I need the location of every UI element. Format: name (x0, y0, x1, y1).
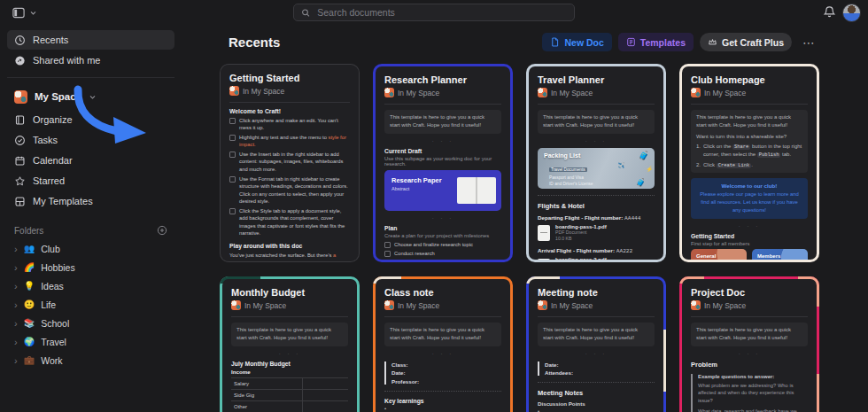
sub-heading: Discussion Points (538, 400, 655, 407)
star-icon (14, 175, 26, 187)
space-icon (538, 300, 547, 310)
folder-emoji: 👥 (24, 244, 35, 253)
folder-label: Life (41, 299, 56, 310)
quote-block: Class: Date: Professor: (384, 361, 501, 385)
notifications-button[interactable] (823, 5, 836, 19)
sidebar: Recents Shared with me My Space Organize… (0, 25, 182, 412)
sidebar-item-label: My Templates (33, 196, 93, 206)
sidebar-item-shared-with-me[interactable]: Shared with me (7, 51, 174, 70)
space-switcher[interactable]: My Space (7, 85, 174, 108)
pdf-file-icon (538, 225, 550, 241)
table-row: Other (231, 400, 348, 412)
chevron-down-icon (29, 9, 37, 17)
section-heading: July Monthly Budget (231, 361, 348, 367)
plane-emoji: ✈️ (618, 162, 625, 168)
quote-block: Example questions to answer: What proble… (691, 374, 808, 412)
get-craft-plus-button[interactable]: Get Craft Plus (700, 33, 792, 51)
template-icon (626, 37, 636, 47)
folder-item-school[interactable]: ›📚School (7, 314, 174, 332)
chevron-right-icon[interactable]: › (14, 244, 18, 254)
folder-emoji: 🌍 (24, 337, 35, 346)
folder-item-hobbies[interactable]: ›🌈Hobbies (7, 258, 174, 276)
section-subtitle: Create a plan for your project with mile… (384, 233, 501, 238)
document-preview (457, 177, 496, 204)
divider-dots: · · · (538, 351, 655, 356)
sidebar-toggle-button[interactable] (12, 6, 37, 19)
sidebar-item-label: Tasks (33, 135, 58, 145)
doc-location: In My Space (243, 87, 284, 96)
doc-card-research-planner[interactable]: Research Planner In My Space This templa… (373, 64, 513, 262)
sidebar-item-label: Organize (33, 114, 73, 125)
section-heading: Current Draft (384, 148, 501, 154)
todo-item: Click anywhere and make an edit. You can… (229, 117, 350, 132)
plus-icon[interactable] (157, 225, 167, 236)
new-doc-button[interactable]: New Doc (542, 33, 611, 51)
folder-item-life[interactable]: ›🙂Life (7, 295, 174, 314)
more-options-button[interactable]: ⋯ (798, 35, 819, 50)
luggage-emoji: 🧳 (639, 151, 649, 160)
avatar[interactable] (842, 4, 861, 22)
sidebar-item-my-templates[interactable]: My Templates (7, 191, 174, 211)
clock-icon (14, 35, 26, 46)
section-subtitle: First step for all members (691, 241, 808, 246)
sidebar-item-recents[interactable]: Recents (7, 30, 174, 50)
luggage-emoji: 🧳 (636, 178, 646, 187)
doc-location: In My Space (704, 301, 746, 310)
section-heading: Flights & Hotel (538, 202, 655, 210)
search-icon (301, 8, 310, 18)
crown-icon (708, 37, 717, 47)
doc-card-club-homepage[interactable]: Club Homepage In My Space This template … (679, 64, 819, 262)
chevron-right-icon[interactable]: › (14, 337, 18, 347)
doc-location: In My Space (551, 89, 593, 97)
calendar-icon (14, 155, 26, 167)
organize-icon (14, 114, 26, 126)
templates-button[interactable]: Templates (618, 33, 694, 51)
search-bar[interactable] (293, 4, 575, 21)
budget-table: Salary Side Gig Other SUM$0.00 (231, 377, 348, 412)
divider-dots: · · · (384, 351, 501, 356)
folder-item-ideas[interactable]: ›💡Ideas (7, 276, 174, 295)
space-name: My Space (35, 91, 81, 102)
folder-label: Ideas (41, 281, 64, 292)
folder-item-work[interactable]: ›💼Work (7, 351, 174, 369)
todo-item: Highlight any text and use the menu to s… (229, 134, 350, 149)
chevron-right-icon[interactable]: › (14, 281, 18, 292)
doc-title: Project Doc (691, 287, 808, 298)
chevron-right-icon[interactable]: › (14, 262, 18, 273)
doc-title: Travel Planner (538, 74, 655, 85)
doc-card-class-note[interactable]: Class note In My Space This template is … (373, 276, 513, 412)
section-subtitle: Income (231, 369, 348, 375)
doc-title: Research Planner (384, 74, 501, 85)
doc-card-meeting-note[interactable]: Meeting note In My Space This template i… (526, 276, 666, 412)
checkbox-icon (229, 118, 236, 124)
doc-card-getting-started[interactable]: Getting Started In My Space Welcome to C… (220, 64, 360, 262)
section-heading: Getting Started (691, 233, 808, 239)
doc-card-travel-planner[interactable]: Travel Planner In My Space This template… (526, 64, 666, 262)
search-input[interactable] (315, 6, 567, 19)
section-heading: Play around with this doc (229, 243, 350, 249)
todo-item: Conduct research (384, 250, 501, 257)
sidebar-item-tasks[interactable]: Tasks (7, 130, 174, 150)
sidebar-divider (7, 77, 174, 78)
chevron-right-icon[interactable]: › (14, 355, 18, 366)
folder-item-club[interactable]: ›👥Club (7, 239, 174, 258)
doc-card-monthly-budget[interactable]: Monthly Budget In My Space This template… (220, 276, 360, 412)
pdf-file-icon (538, 259, 550, 260)
space-icon (384, 88, 394, 97)
sidebar-item-starred[interactable]: Starred (7, 171, 174, 190)
new-doc-icon (550, 37, 560, 47)
panel-toggle-icon (12, 6, 26, 19)
template-callout: This template is here to give you a quic… (691, 110, 808, 173)
template-callout: This template is here to give you a quic… (538, 110, 655, 134)
doc-location: In My Space (398, 301, 439, 310)
folder-item-travel[interactable]: ›🌍Travel (7, 332, 174, 351)
checkbox-icon (229, 208, 236, 214)
sidebar-item-organize[interactable]: Organize (7, 110, 174, 129)
flight-line: Arrival Flight - Flight number: AA222 (538, 247, 655, 254)
divider-dots: · · · (231, 351, 348, 356)
doc-title: Club Homepage (691, 74, 808, 85)
chevron-right-icon[interactable]: › (14, 318, 18, 329)
sidebar-item-calendar[interactable]: Calendar (7, 151, 174, 170)
chevron-right-icon[interactable]: › (14, 299, 18, 310)
doc-card-project-doc[interactable]: Project Doc In My Space This template is… (679, 276, 819, 412)
